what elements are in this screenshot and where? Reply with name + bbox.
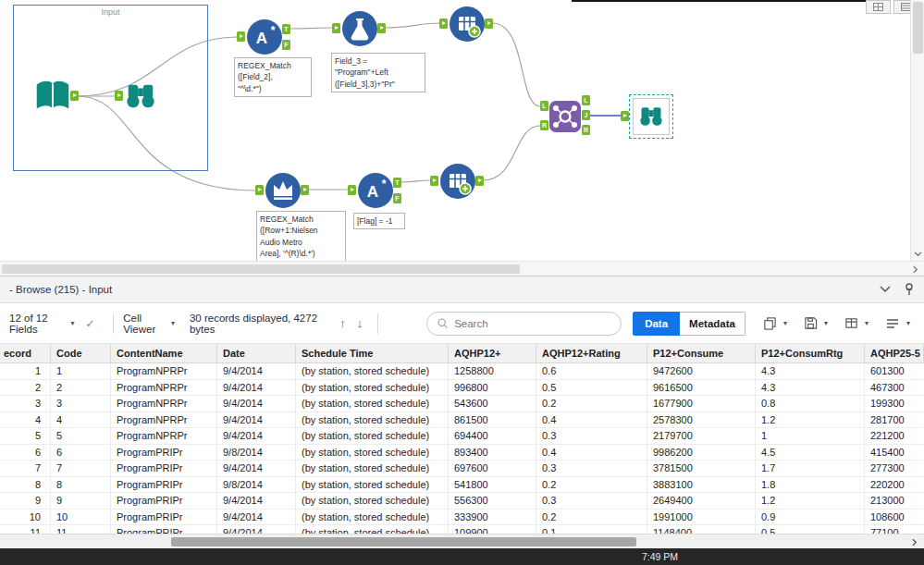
- collapse-chevron-icon[interactable]: [880, 286, 891, 293]
- join-left-output-anchor[interactable]: L: [582, 95, 590, 105]
- table-cell[interactable]: 7: [51, 461, 111, 476]
- table-cell[interactable]: 0.4: [536, 445, 647, 461]
- table-cell[interactable]: ProgramNPRPr: [111, 412, 217, 428]
- scroll-right-button[interactable]: [908, 263, 922, 276]
- input-anchor[interactable]: [348, 185, 356, 195]
- table-cell[interactable]: 9/4/2014: [217, 363, 296, 379]
- table-cell[interactable]: 9/4/2014: [217, 461, 296, 476]
- column-header[interactable]: AQHP25-5: [865, 344, 924, 362]
- table-cell[interactable]: ProgramPRIPr: [111, 461, 217, 476]
- table-cell[interactable]: (by station, stored schedule): [296, 428, 449, 444]
- input-anchor[interactable]: [332, 23, 340, 33]
- table-cell[interactable]: 0.6: [536, 363, 647, 379]
- table-cell[interactable]: 1991000: [647, 510, 756, 525]
- column-header[interactable]: ContentName: [111, 344, 217, 362]
- table-cell[interactable]: 4.3: [756, 363, 865, 379]
- table-cell[interactable]: (by station, stored schedule): [296, 477, 449, 493]
- table-cell[interactable]: 4.5: [756, 445, 865, 461]
- results-panel-header[interactable]: - Browse (215) - Input: [0, 276, 924, 303]
- output-anchor[interactable]: [377, 23, 386, 33]
- table-cell[interactable]: 10: [0, 510, 51, 525]
- grid-plus-tool-top[interactable]: [449, 6, 486, 46]
- metadata-tab-button[interactable]: Metadata: [680, 312, 745, 336]
- formula-tool[interactable]: [341, 10, 378, 51]
- apply-check-icon[interactable]: ✓: [85, 317, 94, 330]
- table-row[interactable]: 33ProgramNPRPr9/4/2014(by station, store…: [0, 396, 924, 412]
- table-cell[interactable]: 220200: [865, 477, 924, 493]
- table-cell[interactable]: 277300: [865, 461, 924, 476]
- pin-icon[interactable]: [904, 283, 915, 296]
- table-cell[interactable]: 9/4/2014: [217, 396, 296, 411]
- table-cell[interactable]: ProgramNPRPr: [111, 363, 217, 379]
- menu-button[interactable]: ▾: [881, 314, 915, 333]
- false-output-anchor[interactable]: F: [282, 40, 290, 50]
- table-cell[interactable]: ProgramPRIPr: [111, 445, 217, 461]
- table-cell[interactable]: 4: [0, 412, 51, 428]
- column-header[interactable]: ecord: [0, 344, 51, 362]
- search-input[interactable]: [454, 318, 611, 329]
- table-cell[interactable]: 108600: [865, 510, 924, 525]
- table-cell[interactable]: ProgramNPRPr: [111, 380, 217, 396]
- table-row[interactable]: 55ProgramNPRPr9/4/2014(by station, store…: [0, 428, 924, 445]
- table-cell[interactable]: 281700: [865, 412, 924, 428]
- join-joined-output-anchor[interactable]: J: [582, 110, 590, 120]
- save-dropdown-button[interactable]: ▾: [799, 313, 832, 333]
- scrollbar-thumb[interactable]: [171, 537, 636, 547]
- join-right-input-anchor[interactable]: R: [540, 120, 548, 130]
- table-cell[interactable]: (by station, stored schedule): [296, 510, 449, 525]
- table-cell[interactable]: 0.9: [756, 510, 865, 525]
- table-row[interactable]: 22ProgramNPRPr9/4/2014(by station, store…: [0, 380, 924, 397]
- table-cell[interactable]: 4: [51, 412, 111, 428]
- table-cell[interactable]: 199300: [865, 396, 924, 411]
- annotation-filter[interactable]: [Flag] = -1: [353, 213, 405, 229]
- table-cell[interactable]: ProgramNPRPr: [111, 428, 217, 444]
- annotation-regex-bottom[interactable]: REGEX_Match ([Row+1:Nielsen Audio Metro …: [256, 211, 346, 261]
- table-cell[interactable]: 0.5: [536, 380, 647, 396]
- table-cell[interactable]: 1.7: [756, 461, 865, 476]
- table-cell[interactable]: ProgramPRIPr: [111, 493, 217, 509]
- regex-tool-top[interactable]: A *: [246, 18, 283, 59]
- table-cell[interactable]: 5: [0, 428, 51, 444]
- table-row[interactable]: 1111ProgramPRIPr9/4/2014(by station, sto…: [0, 525, 924, 534]
- table-cell[interactable]: 77100: [865, 525, 924, 534]
- table-cell[interactable]: 0.3: [536, 493, 647, 509]
- table-cell[interactable]: 9616500: [647, 380, 756, 396]
- table-cell[interactable]: ProgramNPRPr: [111, 396, 217, 411]
- table-cell[interactable]: 8: [51, 477, 111, 493]
- table-row[interactable]: 44ProgramNPRPr9/4/2014(by station, store…: [0, 412, 924, 429]
- table-cell[interactable]: 996800: [449, 380, 536, 396]
- table-cell[interactable]: 694400: [449, 428, 536, 444]
- input-anchor[interactable]: [621, 111, 629, 121]
- table-cell[interactable]: 601300: [865, 363, 924, 379]
- canvas-vertical-scrollbar[interactable]: [910, 0, 924, 261]
- table-row[interactable]: 77ProgramPRIPr9/4/2014(by station, store…: [0, 461, 924, 477]
- scrollbar-thumb[interactable]: [913, 2, 923, 54]
- copy-dropdown-button[interactable]: ▾: [758, 313, 792, 333]
- table-cell[interactable]: 9/4/2014: [217, 493, 296, 509]
- search-box[interactable]: [426, 312, 622, 336]
- table-cell[interactable]: 11: [51, 525, 111, 534]
- table-cell[interactable]: 9/4/2014: [217, 412, 296, 428]
- table-cell[interactable]: (by station, stored schedule): [296, 396, 449, 411]
- regex-tool-bottom[interactable]: A *: [357, 172, 394, 213]
- false-output-anchor[interactable]: F: [393, 193, 401, 203]
- column-header[interactable]: Date: [217, 344, 296, 362]
- scroll-right-button[interactable]: [907, 535, 921, 548]
- table-cell[interactable]: 9: [51, 493, 111, 509]
- table-cell[interactable]: 2649400: [647, 493, 756, 509]
- table-cell[interactable]: (by station, stored schedule): [296, 445, 449, 461]
- table-cell[interactable]: 3: [0, 396, 51, 411]
- table-cell[interactable]: (by station, stored schedule): [296, 380, 449, 396]
- table-cell[interactable]: 9986200: [647, 445, 756, 461]
- table-row[interactable]: 88ProgramPRIPr9/8/2014(by station, store…: [0, 477, 924, 494]
- table-cell[interactable]: (by station, stored schedule): [296, 412, 449, 428]
- table-cell[interactable]: 9/4/2014: [217, 428, 296, 444]
- table-cell[interactable]: 6: [0, 445, 51, 461]
- toolbar-mini-button-1[interactable]: [866, 0, 891, 14]
- input-data-tool[interactable]: [31, 75, 74, 121]
- table-cell[interactable]: 9/4/2014: [217, 380, 296, 396]
- table-cell[interactable]: 9: [0, 493, 51, 509]
- table-cell[interactable]: 0.3: [536, 428, 647, 444]
- table-horizontal-scrollbar[interactable]: [0, 534, 924, 548]
- table-row[interactable]: 66ProgramPRIPr9/8/2014(by station, store…: [0, 445, 924, 461]
